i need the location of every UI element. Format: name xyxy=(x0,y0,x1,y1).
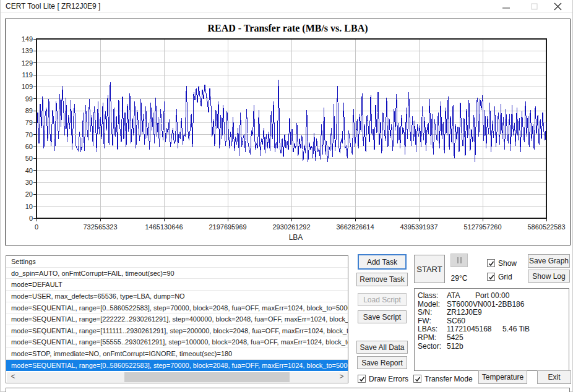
y-tick-label: 79 xyxy=(11,119,33,126)
y-tick-label: 109 xyxy=(11,83,33,90)
save-report-button[interactable]: Save Report xyxy=(357,356,407,369)
settings-header-row[interactable]: Settings xyxy=(6,256,348,268)
settings-row[interactable]: mode=USER, max_defects=65536, type=LBA, … xyxy=(6,291,348,302)
drive-info-value: 512b xyxy=(447,342,463,351)
drive-info-row: S/N:ZR12J0E9 xyxy=(415,308,569,317)
load-script-button[interactable]: Load Script xyxy=(358,293,407,306)
save-script-button[interactable]: Save Script xyxy=(358,310,407,323)
save-graph-button[interactable]: Save Graph xyxy=(528,254,570,268)
y-tick-label: 89 xyxy=(11,107,33,114)
settings-row[interactable]: mode=SEQUENTIAL, range=[222222..29302612… xyxy=(6,313,348,325)
x-tick-label: 732565323 xyxy=(72,223,128,231)
x-tick-label: 0 xyxy=(9,223,64,231)
title-bar: CERT Tool Lite [ ZR12J0E9 ] xyxy=(1,0,572,13)
y-tick-label: 60 xyxy=(11,143,33,150)
scrollbar-thumb[interactable] xyxy=(124,372,290,382)
y-tick-label: 20 xyxy=(11,190,33,198)
drive-info-label: RPM: xyxy=(418,333,436,342)
minimize-button[interactable] xyxy=(496,0,517,13)
settings-row[interactable]: mode=STOP, immediate=NO, onFmtCorrupt=IG… xyxy=(6,348,348,360)
y-tick-label: 0 xyxy=(11,215,33,222)
transfer-rate-plot xyxy=(6,19,571,246)
show-log-button[interactable]: Show Log xyxy=(528,270,570,283)
draw-errors-label: Draw Errors xyxy=(369,375,408,383)
y-tick-label: 50 xyxy=(11,155,33,162)
y-tick-label: 10 xyxy=(11,203,33,210)
pause-button[interactable] xyxy=(450,254,468,267)
settings-row[interactable]: do_spin=AUTO, onFmtCorrupt=FAIL, timeout… xyxy=(6,268,348,279)
close-button[interactable] xyxy=(547,0,568,13)
maximize-button[interactable] xyxy=(523,0,545,13)
drive-info-row: RPM:5425 xyxy=(415,333,569,342)
check-icon xyxy=(488,260,496,268)
x-tick-label: 2930261292 xyxy=(264,223,319,231)
x-tick-label: 5860522583 xyxy=(519,223,573,231)
scroll-left-arrow[interactable]: < xyxy=(8,372,18,382)
check-icon xyxy=(358,375,366,383)
show-checkbox-label: Show xyxy=(498,259,517,268)
transfer-mode-label: Transfer Mode xyxy=(424,375,473,383)
x-tick-label: 1465130646 xyxy=(136,223,192,231)
add-task-button[interactable]: Add Task xyxy=(358,254,407,270)
check-icon xyxy=(488,273,496,281)
x-tick-label: 5127957260 xyxy=(455,223,511,231)
y-tick-label: 70 xyxy=(11,131,33,138)
drive-info-label: S/N: xyxy=(418,308,432,317)
grid-checkbox-label: Grid xyxy=(498,273,512,281)
drive-info-label: LBAs: xyxy=(418,325,437,333)
window-title: CERT Tool Lite [ ZR12J0E9 ] xyxy=(6,2,100,11)
y-tick-label: 40 xyxy=(11,167,33,174)
drive-info-label: Model: xyxy=(418,300,440,309)
temperature-button[interactable]: Temperature xyxy=(478,370,527,384)
exit-button[interactable]: Exit xyxy=(537,370,571,384)
settings-row[interactable]: mode=DEFAULT xyxy=(6,279,348,291)
y-tick-label: 129 xyxy=(11,59,33,67)
drive-info-value: SC60 xyxy=(447,317,465,325)
log-panel xyxy=(6,388,570,392)
settings-listbox[interactable]: Settingsdo_spin=AUTO, onFmtCorrupt=FAIL,… xyxy=(6,255,348,383)
y-tick-label: 119 xyxy=(11,71,33,79)
drive-info-value: ATA xyxy=(447,291,460,300)
show-checkbox[interactable] xyxy=(487,259,495,267)
close-icon xyxy=(554,2,562,11)
settings-row[interactable]: mode=SEQUENTIAL, range=[0..5860522583], … xyxy=(6,360,348,372)
x-tick-label: 3662826614 xyxy=(327,223,383,231)
drive-info-panel: Class:ATAPort 00:00Model:ST6000VN001-2BB… xyxy=(414,288,569,371)
y-tick-label: 99 xyxy=(11,95,33,103)
drive-info-row: Class:ATAPort 00:00 xyxy=(415,291,569,300)
y-tick-label: 139 xyxy=(11,47,33,54)
scroll-right-arrow[interactable]: > xyxy=(337,372,347,382)
transfer-mode-checkbox[interactable] xyxy=(413,375,421,383)
pause-icon xyxy=(457,257,462,263)
start-button[interactable]: START xyxy=(414,255,445,283)
settings-row[interactable]: mode=SEQUENTIAL, range=[111111..29302612… xyxy=(6,325,348,337)
drive-info-label: Sector: xyxy=(418,342,441,351)
drive-info-row: LBAs:117210451685.46 TiB xyxy=(415,325,569,333)
maximize-icon xyxy=(531,3,538,10)
drive-info-row: Sector:512b xyxy=(415,342,569,351)
x-axis-title: LBA xyxy=(276,233,316,242)
y-tick-label: 149 xyxy=(11,35,33,43)
horizontal-scrollbar[interactable]: < > xyxy=(7,372,348,382)
minimize-icon xyxy=(502,2,511,11)
app-window: CERT Tool Lite [ ZR12J0E9 ] READ - Trans… xyxy=(0,0,573,392)
settings-row[interactable]: mode=SEQUENTIAL, range=[55555..293026129… xyxy=(6,336,348,348)
drive-info-row: Model:ST6000VN001-2BB186 xyxy=(415,300,569,309)
drive-info-extra: Port 00:00 xyxy=(475,291,509,300)
remove-task-button[interactable]: Remove Task xyxy=(356,273,408,286)
grid-checkbox[interactable] xyxy=(487,273,495,281)
chart-panel: READ - Transfer rate (MB/s vs. LBA) 1491… xyxy=(5,19,571,245)
check-icon xyxy=(414,375,422,383)
drive-info-row: FW:SC60 xyxy=(415,317,569,325)
drive-info-value: 5425 xyxy=(447,333,463,342)
drive-info-value: ST6000VN001-2BB186 xyxy=(447,300,524,309)
temperature-value: 29°C xyxy=(447,274,471,283)
drive-info-extra: 5.46 TiB xyxy=(502,325,530,333)
drive-info-value: ZR12J0E9 xyxy=(447,308,482,317)
chart-title: READ - Transfer rate (MB/s vs. LBA) xyxy=(6,23,570,34)
save-all-data-button[interactable]: Save All Data xyxy=(356,341,408,354)
x-tick-label: 4395391937 xyxy=(391,223,447,231)
drive-info-value: 11721045168 xyxy=(447,325,492,333)
draw-errors-checkbox[interactable] xyxy=(358,375,366,383)
settings-row[interactable]: mode=SEQUENTIAL, range=[0..5860522583], … xyxy=(6,302,348,314)
